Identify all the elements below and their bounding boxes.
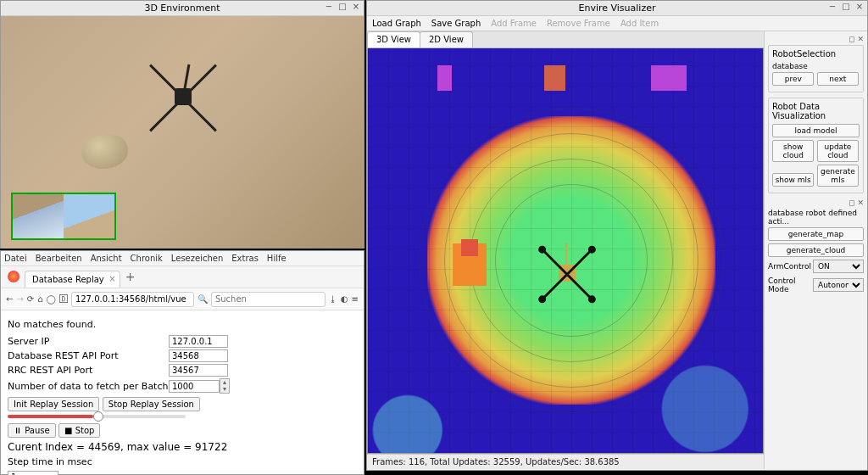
side-panel: ◻ ✕ RobotSelection database prev next Ro… bbox=[764, 31, 867, 469]
home-icon[interactable]: ⌂ bbox=[37, 294, 43, 304]
account-icon[interactable]: ◐ bbox=[341, 294, 348, 304]
add-item-button: Add Item bbox=[620, 19, 659, 28]
pause-button[interactable]: ⏸ Pause bbox=[8, 423, 56, 438]
envire-toolbar: Load Graph Save Graph Add Frame Remove F… bbox=[367, 16, 867, 31]
menu-bearbeiten[interactable]: Bearbeiten bbox=[36, 254, 82, 263]
panel-close-icon[interactable]: ✕ bbox=[857, 198, 864, 207]
panel-float-icon[interactable]: ◻ bbox=[849, 198, 854, 207]
menu-datei[interactable]: Datei bbox=[4, 254, 27, 263]
database-label: database bbox=[772, 62, 860, 70]
window-title: Envire Visualizer bbox=[579, 3, 656, 14]
browser-urlbar: ← → ⟳ ⌂ ◯ 🄳 🔍 ⭳ ◐ ≡ bbox=[1, 288, 364, 310]
browser-tabbar: Database Replay × + bbox=[1, 266, 364, 288]
lock-icon: 🄳 bbox=[59, 294, 68, 304]
load-graph-button[interactable]: Load Graph bbox=[372, 19, 421, 28]
maximize-icon[interactable]: □ bbox=[842, 3, 850, 11]
rdv-title: Robot Data Visualization bbox=[772, 102, 860, 120]
close-icon[interactable]: × bbox=[855, 3, 864, 11]
download-icon[interactable]: ⭳ bbox=[329, 294, 337, 304]
page-content: No matches found. Server IP Database RES… bbox=[1, 310, 364, 475]
db-port-input[interactable] bbox=[169, 349, 228, 362]
window-3d-environment: 3D Environment − □ × bbox=[0, 0, 364, 249]
armcontrol-label: ArmControl bbox=[768, 262, 811, 271]
actions-title: database robot defined acti... bbox=[768, 209, 864, 226]
envire-3d-viewport[interactable] bbox=[367, 48, 764, 454]
add-frame-button: Add Frame bbox=[491, 19, 537, 28]
generate-map-button[interactable]: generate_map bbox=[768, 227, 864, 241]
progress-slider[interactable] bbox=[8, 415, 186, 418]
search-input[interactable] bbox=[211, 292, 326, 307]
window-titlebar[interactable]: Envire Visualizer − □ × bbox=[367, 1, 867, 16]
show-cloud-button[interactable]: show cloud bbox=[772, 140, 814, 162]
tab-2d-view[interactable]: 2D View bbox=[420, 31, 473, 48]
next-button[interactable]: next bbox=[817, 72, 859, 86]
menu-icon[interactable]: ≡ bbox=[352, 294, 359, 304]
menu-extras[interactable]: Extras bbox=[231, 254, 259, 263]
drone-model bbox=[149, 63, 217, 131]
rock-object bbox=[79, 131, 130, 171]
init-replay-button[interactable]: Init Replay Session bbox=[8, 397, 99, 411]
robot-selection-title: RobotSelection bbox=[772, 49, 860, 59]
save-graph-button[interactable]: Save Graph bbox=[431, 19, 481, 28]
panel-float-icon[interactable]: ◻ bbox=[849, 35, 854, 43]
tab-3d-view[interactable]: 3D View bbox=[367, 31, 420, 48]
window-titlebar[interactable]: 3D Environment − □ × bbox=[1, 1, 364, 16]
window-browser: Datei Bearbeiten Ansicht Chronik Lesezei… bbox=[0, 250, 364, 475]
load-model-button[interactable]: load model bbox=[772, 124, 860, 137]
close-icon[interactable]: × bbox=[352, 3, 360, 11]
show-mls-button[interactable]: show mls bbox=[772, 173, 814, 187]
menu-lesezeichen[interactable]: Lesezeichen bbox=[171, 254, 223, 263]
camera-thumb-2[interactable] bbox=[64, 194, 114, 238]
maximize-icon[interactable]: □ bbox=[338, 3, 347, 11]
stop-replay-button[interactable]: Stop Replay Session bbox=[103, 397, 200, 411]
forward-icon[interactable]: → bbox=[16, 294, 23, 304]
update-cloud-button[interactable]: update cloud bbox=[817, 140, 859, 162]
menu-hilfe[interactable]: Hilfe bbox=[267, 254, 287, 263]
generate-mls-button[interactable]: generate mls bbox=[817, 165, 859, 187]
3d-viewport[interactable] bbox=[1, 16, 364, 249]
db-port-label: Database REST API Port bbox=[8, 350, 169, 361]
camera-thumbnails[interactable] bbox=[11, 193, 116, 240]
menu-ansicht[interactable]: Ansicht bbox=[91, 254, 122, 263]
prev-button[interactable]: prev bbox=[772, 72, 814, 86]
address-input[interactable] bbox=[71, 292, 194, 307]
no-matches-text: No matches found. bbox=[8, 319, 357, 330]
tab-close-icon[interactable]: × bbox=[108, 274, 115, 283]
server-ip-input[interactable] bbox=[169, 335, 228, 348]
remove-frame-button: Remove Frame bbox=[547, 19, 610, 28]
stop-button[interactable]: ■ Stop bbox=[58, 423, 100, 438]
drone-model bbox=[537, 243, 597, 303]
menu-chronik[interactable]: Chronik bbox=[131, 254, 163, 263]
batch-input[interactable] bbox=[169, 380, 220, 393]
tab-database-replay[interactable]: Database Replay × bbox=[25, 271, 120, 288]
minimize-icon[interactable]: − bbox=[325, 3, 333, 11]
search-icon: 🔍 bbox=[198, 294, 208, 304]
reload-icon[interactable]: ⟳ bbox=[27, 294, 34, 304]
window-title: 3D Environment bbox=[144, 3, 220, 14]
step-time-input[interactable] bbox=[8, 471, 58, 475]
minimize-icon[interactable]: − bbox=[828, 3, 837, 11]
tab-label: Database Replay bbox=[32, 275, 104, 284]
new-tab-button[interactable]: + bbox=[125, 270, 136, 283]
index-status: Curent Index = 44569, max value = 91722 bbox=[8, 441, 357, 453]
view-tabs: 3D View 2D View bbox=[367, 31, 764, 48]
firefox-icon[interactable] bbox=[8, 271, 19, 282]
batch-label: Number of data to fetch per Batch bbox=[8, 381, 169, 392]
generate-cloud-button[interactable]: generate_cloud bbox=[768, 243, 864, 257]
browser-menubar: Datei Bearbeiten Ansicht Chronik Lesezei… bbox=[1, 251, 364, 266]
step-time-label: Step time in msec bbox=[8, 456, 357, 467]
server-ip-label: Server IP bbox=[8, 336, 169, 347]
panel-close-icon[interactable]: ✕ bbox=[857, 35, 864, 43]
armcontrol-select[interactable]: ON bbox=[813, 260, 864, 273]
controlmode-select[interactable]: Autonomous bbox=[813, 278, 864, 292]
status-bar: Frames: 116, Total Updates: 32559, Updat… bbox=[367, 454, 764, 469]
batch-spin[interactable]: ▴▾ bbox=[220, 378, 230, 394]
rrc-port-input[interactable] bbox=[169, 364, 228, 377]
window-envire-visualizer: Envire Visualizer − □ × Load Graph Save … bbox=[366, 0, 868, 471]
back-icon[interactable]: ← bbox=[6, 294, 13, 304]
camera-thumb-1[interactable] bbox=[13, 194, 64, 238]
rrc-port-label: RRC REST API Port bbox=[8, 365, 169, 376]
shield-icon: ◯ bbox=[47, 294, 56, 304]
controlmode-label: Control Mode bbox=[768, 277, 813, 293]
